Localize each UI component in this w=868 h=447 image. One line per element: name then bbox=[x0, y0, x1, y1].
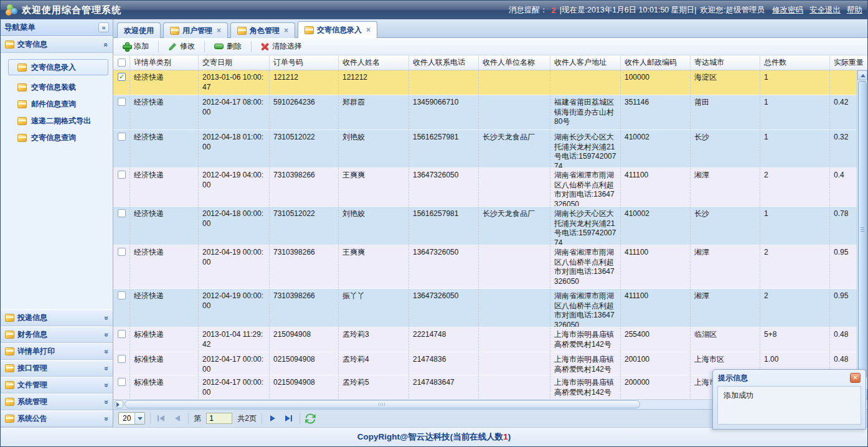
sidebar-group-collapsed[interactable]: 财务信息« bbox=[1, 326, 113, 343]
tab[interactable]: 欢迎使用 bbox=[117, 22, 161, 38]
sidebar-item[interactable]: 交寄信息查询 bbox=[1, 129, 113, 146]
table-cell: 0215094908 bbox=[270, 375, 339, 398]
sidebar-group-collapsed[interactable]: 文件管理« bbox=[1, 377, 113, 393]
row-checkbox[interactable] bbox=[118, 133, 126, 141]
table-cell: 湖南省湘潭市雨湖区八仙桥半点利超市对面电话:13647326050 bbox=[550, 289, 621, 327]
table-cell: 莆田 bbox=[691, 95, 760, 129]
sidebar-group-label: 文件管理 bbox=[17, 380, 47, 390]
header-checkbox[interactable] bbox=[118, 59, 126, 67]
column-header[interactable]: 交寄日期 bbox=[199, 55, 270, 70]
column-header[interactable]: 详情单类别 bbox=[130, 55, 199, 70]
delete-button[interactable]: 删除 bbox=[209, 39, 247, 54]
sidebar-group-collapsed[interactable]: 详情单打印« bbox=[1, 343, 113, 360]
table-cell: 410002 bbox=[621, 207, 691, 245]
table-cell: 13459066710 bbox=[409, 95, 479, 129]
popup-header[interactable]: 提示信息 ✕ bbox=[713, 370, 866, 386]
grid-header-row: 详情单类别交寄日期订单号码收件人姓名收件人联系电话收件人单位名称收件人客户地址收… bbox=[113, 55, 867, 70]
scroll-left-button[interactable] bbox=[115, 400, 123, 408]
column-header[interactable]: 寄达城市 bbox=[691, 55, 760, 70]
table-row[interactable]: 经济快递2012-04-19 00:00:007310398266王爽爽1364… bbox=[113, 245, 857, 289]
table-cell: 长沙天龙食品厂 bbox=[479, 207, 550, 245]
refresh-icon[interactable] bbox=[305, 413, 316, 424]
sidebar-collapse-button[interactable]: « bbox=[98, 22, 109, 32]
sidebar-item[interactable]: 速递二期格式导出 bbox=[1, 113, 113, 129]
first-page-button[interactable] bbox=[156, 413, 167, 424]
table-cell: 孟玲莉5 bbox=[339, 375, 409, 398]
table-cell: 湖南长沙天心区大托浦兴龙村兴浦21号电话:15974200774 bbox=[550, 207, 621, 245]
table-row[interactable]: 经济快递2012-04-18 00:00:007310512022刘艳姣1561… bbox=[113, 207, 857, 245]
table-cell: 经济快递 bbox=[130, 207, 199, 245]
package-icon bbox=[5, 314, 14, 322]
sidebar-item-label: 交寄信息查询 bbox=[31, 133, 76, 143]
table-row[interactable]: 经济快递2013-01-06 10:00:4712121212121210000… bbox=[113, 70, 857, 95]
row-checkbox[interactable] bbox=[118, 291, 126, 299]
table-cell: 2 bbox=[760, 289, 830, 327]
table-row[interactable]: 经济快递2012-04-18 01:00:007310512022刘艳姣1561… bbox=[113, 130, 857, 168]
column-header[interactable]: 总件数 bbox=[760, 55, 830, 70]
topbar-link[interactable]: 修改密码 bbox=[772, 5, 803, 16]
sidebar-item[interactable]: 邮件信息查询 bbox=[1, 96, 113, 113]
topbar-link[interactable]: 帮助 bbox=[847, 5, 862, 16]
sidebar-item[interactable]: 交寄信息装载 bbox=[1, 79, 113, 96]
tab[interactable]: 用户管理× bbox=[163, 22, 228, 38]
table-cell: 100000 bbox=[621, 70, 691, 95]
message-popup: 提示信息 ✕ 添加成功 bbox=[712, 369, 866, 430]
tab-close-icon[interactable]: × bbox=[284, 26, 288, 35]
row-checkbox[interactable] bbox=[118, 355, 126, 363]
row-checkbox[interactable] bbox=[118, 378, 126, 386]
horizontal-scroll-thumb[interactable] bbox=[125, 400, 640, 408]
sidebar-group-collapsed[interactable]: 系统公告« bbox=[1, 410, 113, 427]
sidebar-item-label: 交寄信息录入 bbox=[31, 62, 76, 73]
chevron-down-icon: « bbox=[102, 416, 111, 421]
topbar-link[interactable]: 安全退出 bbox=[809, 5, 841, 16]
column-header[interactable]: 收件人邮政编码 bbox=[621, 55, 691, 70]
sidebar-group-collapsed[interactable]: 接口管理« bbox=[1, 360, 113, 377]
column-header[interactable]: 收件人单位名称 bbox=[479, 55, 550, 70]
table-row[interactable]: 经济快递2012-04-19 00:00:007310398266振丫丫1364… bbox=[113, 289, 857, 327]
sidebar-group-expanded[interactable]: 交寄信息 « bbox=[1, 36, 113, 53]
table-cell: 5910264236 bbox=[270, 95, 339, 129]
clear-selection-button[interactable]: 清除选择 bbox=[255, 39, 308, 54]
table-cell: 13647326050 bbox=[409, 168, 479, 206]
page-number-input[interactable]: 1 bbox=[206, 413, 232, 424]
edit-button[interactable]: 修改 bbox=[163, 39, 200, 54]
chevron-down-icon: « bbox=[102, 332, 111, 337]
page-size-select[interactable]: 20 bbox=[118, 412, 145, 425]
sidebar-group-collapsed[interactable]: 系统管理« bbox=[1, 393, 113, 410]
column-header[interactable]: 收件人姓名 bbox=[339, 55, 409, 70]
column-header[interactable]: 实际重量 bbox=[830, 55, 867, 70]
table-cell: 孟玲莉4 bbox=[339, 352, 409, 375]
toolbar-separator bbox=[158, 41, 159, 52]
column-header[interactable]: 收件人联系电话 bbox=[409, 55, 479, 70]
row-checkbox[interactable] bbox=[118, 209, 126, 217]
tab-close-icon[interactable]: × bbox=[366, 26, 370, 34]
row-checkbox[interactable] bbox=[118, 98, 126, 106]
sidebar-group-collapsed[interactable]: 投递信息« bbox=[1, 309, 113, 326]
table-cell: 2147483647 bbox=[409, 375, 479, 398]
table-row[interactable]: 经济快递2012-04-19 04:00:007310398266王爽爽1364… bbox=[113, 168, 857, 207]
prev-page-button[interactable] bbox=[172, 413, 183, 424]
tab-active[interactable]: 交寄信息录入× bbox=[298, 21, 377, 38]
close-icon[interactable]: ✕ bbox=[850, 373, 861, 383]
table-row[interactable]: 标准快递2013-01-04 11:29:42215094908孟玲莉32221… bbox=[113, 327, 857, 352]
row-checkbox[interactable] bbox=[118, 171, 126, 179]
add-button[interactable]: 添加 bbox=[117, 39, 154, 54]
message-count-badge[interactable]: 2 bbox=[551, 6, 555, 15]
next-page-button[interactable] bbox=[267, 413, 278, 424]
tab[interactable]: 角色管理× bbox=[230, 22, 295, 38]
column-header[interactable]: 收件人客户地址 bbox=[550, 55, 621, 70]
row-checkbox[interactable] bbox=[118, 248, 126, 256]
table-row[interactable]: 经济快递2012-04-17 08:00:005910264236郑群霞1345… bbox=[113, 95, 857, 130]
scroll-up-button[interactable] bbox=[857, 70, 867, 80]
column-header[interactable]: 订单号码 bbox=[270, 55, 339, 70]
vertical-scroll-thumb[interactable] bbox=[858, 81, 867, 379]
package-icon bbox=[17, 134, 27, 142]
last-page-button[interactable] bbox=[283, 413, 295, 424]
tab-close-icon[interactable]: × bbox=[217, 26, 221, 35]
sidebar-item[interactable]: 交寄信息录入 bbox=[8, 59, 108, 75]
vertical-scrollbar[interactable] bbox=[857, 70, 867, 399]
table-cell: 0215094908 bbox=[270, 352, 339, 375]
row-checkbox[interactable] bbox=[118, 330, 126, 338]
row-checkbox[interactable] bbox=[118, 73, 126, 81]
sidebar-item-label: 交寄信息装载 bbox=[31, 82, 76, 93]
